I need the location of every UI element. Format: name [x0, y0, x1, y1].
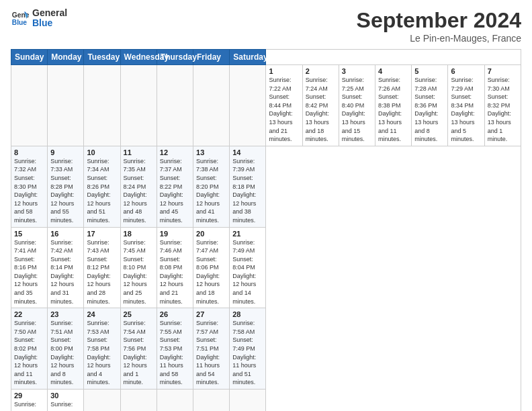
day-number: 14 — [232, 148, 263, 156]
cell-info: Sunrise: 7:46 AM Sunset: 8:08 PM Dayligh… — [160, 238, 190, 306]
day-number: 16 — [50, 230, 81, 238]
calendar-cell: 26Sunrise: 7:55 AM Sunset: 7:53 PM Dayli… — [157, 308, 193, 390]
day-number: 20 — [196, 230, 226, 238]
cell-info: Sunrise: 7:35 AM Sunset: 8:24 PM Dayligh… — [124, 157, 154, 225]
calendar-cell: 24Sunrise: 7:53 AM Sunset: 7:58 PM Dayli… — [84, 308, 120, 390]
day-number: 4 — [378, 67, 408, 75]
calendar-cell — [157, 390, 193, 412]
day-number: 30 — [50, 392, 81, 400]
calendar-cell: 16Sunrise: 7:42 AM Sunset: 8:14 PM Dayli… — [48, 227, 84, 308]
cell-info: Sunrise: 7:59 AM Sunset: 7:47 PM Dayligh… — [14, 400, 44, 411]
calendar-table: SundayMondayTuesdayWednesdayThursdayFrid… — [11, 49, 521, 411]
calendar-cell: 18Sunrise: 7:45 AM Sunset: 8:10 PM Dayli… — [120, 227, 157, 308]
header: General Blue General Blue September 2024… — [11, 8, 521, 44]
day-number: 10 — [87, 148, 117, 156]
day-number: 25 — [124, 310, 154, 318]
calendar-cell: 29Sunrise: 7:59 AM Sunset: 7:47 PM Dayli… — [11, 390, 48, 412]
cell-info: Sunrise: 7:45 AM Sunset: 8:10 PM Dayligh… — [124, 238, 154, 306]
cell-info: Sunrise: 7:47 AM Sunset: 8:06 PM Dayligh… — [196, 238, 226, 306]
cell-info: Sunrise: 7:50 AM Sunset: 8:02 PM Dayligh… — [14, 319, 44, 387]
weekday-header-sunday: Sunday — [11, 50, 48, 65]
calendar-cell — [230, 65, 266, 146]
day-number: 21 — [232, 230, 263, 238]
cell-info: Sunrise: 7:53 AM Sunset: 7:58 PM Dayligh… — [87, 319, 117, 387]
cell-info: Sunrise: 7:39 AM Sunset: 8:18 PM Dayligh… — [232, 157, 263, 225]
cell-info: Sunrise: 7:30 AM Sunset: 8:32 PM Dayligh… — [488, 76, 518, 144]
day-number: 19 — [160, 230, 190, 238]
calendar-cell: 7Sunrise: 7:30 AM Sunset: 8:32 PM Daylig… — [484, 65, 521, 146]
day-number: 2 — [306, 67, 336, 75]
cell-info: Sunrise: 7:26 AM Sunset: 8:38 PM Dayligh… — [378, 76, 408, 144]
calendar-cell: 13Sunrise: 7:38 AM Sunset: 8:20 PM Dayli… — [193, 146, 230, 227]
calendar-cell: 20Sunrise: 7:47 AM Sunset: 8:06 PM Dayli… — [193, 227, 230, 308]
cell-info: Sunrise: 7:32 AM Sunset: 8:30 PM Dayligh… — [14, 157, 44, 225]
day-number: 18 — [124, 230, 154, 238]
day-number: 1 — [269, 67, 299, 75]
cell-info: Sunrise: 7:29 AM Sunset: 8:34 PM Dayligh… — [451, 76, 481, 144]
calendar-cell: 30Sunrise: 8:01 AM Sunset: 7:45 PM Dayli… — [48, 390, 84, 412]
calendar-cell: 9Sunrise: 7:33 AM Sunset: 8:28 PM Daylig… — [48, 146, 84, 227]
calendar-cell — [120, 65, 157, 146]
cell-info: Sunrise: 7:57 AM Sunset: 7:51 PM Dayligh… — [196, 319, 226, 387]
calendar-cell: 6Sunrise: 7:29 AM Sunset: 8:34 PM Daylig… — [448, 65, 484, 146]
cell-info: Sunrise: 8:01 AM Sunset: 7:45 PM Dayligh… — [50, 400, 81, 411]
cell-info: Sunrise: 7:37 AM Sunset: 8:22 PM Dayligh… — [160, 157, 190, 225]
calendar-cell — [230, 390, 266, 412]
cell-info: Sunrise: 7:24 AM Sunset: 8:42 PM Dayligh… — [306, 76, 336, 144]
cell-info: Sunrise: 7:55 AM Sunset: 7:53 PM Dayligh… — [160, 319, 190, 387]
calendar-cell — [193, 390, 230, 412]
calendar-cell — [48, 65, 84, 146]
calendar-cell: 23Sunrise: 7:51 AM Sunset: 8:00 PM Dayli… — [48, 308, 84, 390]
calendar-cell — [84, 390, 120, 412]
cell-info: Sunrise: 7:58 AM Sunset: 7:49 PM Dayligh… — [232, 319, 263, 387]
calendar-cell: 22Sunrise: 7:50 AM Sunset: 8:02 PM Dayli… — [11, 308, 48, 390]
cell-info: Sunrise: 7:33 AM Sunset: 8:28 PM Dayligh… — [50, 157, 81, 225]
day-number: 24 — [87, 310, 117, 318]
day-number: 13 — [196, 148, 226, 156]
day-number: 27 — [196, 310, 226, 318]
calendar-cell: 5Sunrise: 7:28 AM Sunset: 8:36 PM Daylig… — [412, 65, 448, 146]
cell-info: Sunrise: 7:34 AM Sunset: 8:26 PM Dayligh… — [87, 157, 117, 225]
logo: General Blue General Blue — [11, 8, 67, 29]
day-number: 6 — [451, 67, 481, 75]
calendar-cell — [120, 390, 157, 412]
cell-info: Sunrise: 7:22 AM Sunset: 8:44 PM Dayligh… — [269, 76, 299, 144]
calendar-cell: 28Sunrise: 7:58 AM Sunset: 7:49 PM Dayli… — [230, 308, 266, 390]
calendar-cell — [84, 65, 120, 146]
day-number: 8 — [14, 148, 44, 156]
calendar-cell: 12Sunrise: 7:37 AM Sunset: 8:22 PM Dayli… — [157, 146, 193, 227]
calendar-cell: 14Sunrise: 7:39 AM Sunset: 8:18 PM Dayli… — [230, 146, 266, 227]
day-number: 9 — [50, 148, 81, 156]
day-number: 5 — [414, 67, 445, 75]
weekday-header-friday: Friday — [193, 50, 230, 65]
calendar-cell: 25Sunrise: 7:54 AM Sunset: 7:56 PM Dayli… — [120, 308, 157, 390]
calendar-cell: 8Sunrise: 7:32 AM Sunset: 8:30 PM Daylig… — [11, 146, 48, 227]
calendar-cell: 3Sunrise: 7:25 AM Sunset: 8:40 PM Daylig… — [339, 65, 375, 146]
day-number: 3 — [342, 67, 372, 75]
logo-icon: General Blue — [11, 9, 30, 28]
calendar-page: General Blue General Blue September 2024… — [0, 0, 532, 411]
calendar-cell: 19Sunrise: 7:46 AM Sunset: 8:08 PM Dayli… — [157, 227, 193, 308]
cell-info: Sunrise: 7:28 AM Sunset: 8:36 PM Dayligh… — [414, 76, 445, 144]
cell-info: Sunrise: 7:54 AM Sunset: 7:56 PM Dayligh… — [124, 319, 154, 387]
month-year: September 2024 — [357, 8, 521, 33]
calendar-cell: 10Sunrise: 7:34 AM Sunset: 8:26 PM Dayli… — [84, 146, 120, 227]
calendar-cell: 4Sunrise: 7:26 AM Sunset: 8:38 PM Daylig… — [375, 65, 412, 146]
cell-info: Sunrise: 7:25 AM Sunset: 8:40 PM Dayligh… — [342, 76, 372, 144]
cell-info: Sunrise: 7:42 AM Sunset: 8:14 PM Dayligh… — [50, 238, 81, 306]
day-number: 7 — [488, 67, 518, 75]
day-number: 29 — [14, 392, 44, 400]
weekday-header-tuesday: Tuesday — [84, 50, 120, 65]
weekday-header-monday: Monday — [48, 50, 84, 65]
calendar-cell: 17Sunrise: 7:43 AM Sunset: 8:12 PM Dayli… — [84, 227, 120, 308]
cell-info: Sunrise: 7:51 AM Sunset: 8:00 PM Dayligh… — [50, 319, 81, 387]
calendar-cell: 1Sunrise: 7:22 AM Sunset: 8:44 PM Daylig… — [266, 65, 302, 146]
logo-general: General — [32, 8, 67, 18]
title-block: September 2024 Le Pin-en-Mauges, France — [357, 8, 521, 44]
calendar-cell: 15Sunrise: 7:41 AM Sunset: 8:16 PM Dayli… — [11, 227, 48, 308]
calendar-cell: 21Sunrise: 7:49 AM Sunset: 8:04 PM Dayli… — [230, 227, 266, 308]
day-number: 12 — [160, 148, 190, 156]
day-number: 17 — [87, 230, 117, 238]
day-number: 28 — [232, 310, 263, 318]
cell-info: Sunrise: 7:38 AM Sunset: 8:20 PM Dayligh… — [196, 157, 226, 225]
